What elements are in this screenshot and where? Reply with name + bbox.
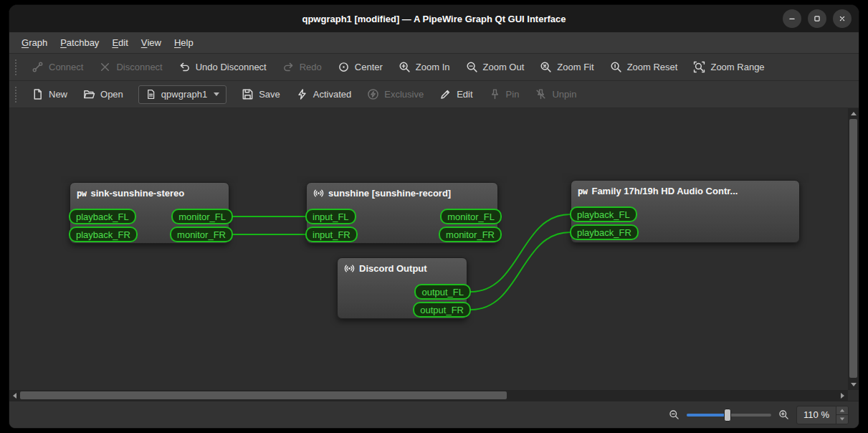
scroll-down-arrow[interactable] xyxy=(848,379,859,390)
zoom-spin-up-button[interactable] xyxy=(836,406,848,415)
connection-edge[interactable] xyxy=(471,232,570,310)
toolbar-button-zoom-out[interactable]: Zoom Out xyxy=(458,54,533,80)
scrollbar-corner xyxy=(848,390,859,401)
save-icon xyxy=(242,88,254,100)
zoom-slider-handle[interactable] xyxy=(724,409,731,422)
zoom-in-icon[interactable] xyxy=(778,409,789,420)
toolbar-button-disconnect: Disconnect xyxy=(91,54,170,80)
exclusive-icon xyxy=(367,88,379,100)
minimize-button[interactable] xyxy=(783,9,801,28)
graph-node-family[interactable]: pwFamily 17h/19h HD Audio Contr...playba… xyxy=(571,180,800,243)
unpin-icon xyxy=(535,88,547,100)
vertical-scrollbar[interactable] xyxy=(848,108,859,390)
toolbar-drag-handle[interactable] xyxy=(15,60,21,75)
port-monitor_FL[interactable]: monitor_FL xyxy=(171,209,233,224)
menu-graph[interactable]: Graph xyxy=(15,32,54,53)
pipewire-icon: pw xyxy=(578,186,587,196)
toolbar-button-zoom-fit[interactable]: Zoom Fit xyxy=(532,54,601,80)
port-input_FL[interactable]: input_FL xyxy=(305,209,356,224)
node-title-text: Family 17h/19h HD Audio Contr... xyxy=(591,186,738,196)
disconnect-icon xyxy=(99,61,111,73)
audio-app-icon xyxy=(313,188,324,199)
scroll-right-arrow[interactable] xyxy=(837,390,848,401)
graph-canvas[interactable]: pwsink-sunshine-stereoplayback_FLplaybac… xyxy=(9,108,848,390)
toolbar-button-edit[interactable]: Edit xyxy=(431,81,480,108)
toolbar-button-undo-disconnect[interactable]: Undo Disconnect xyxy=(171,54,275,80)
maximize-button[interactable] xyxy=(808,9,826,28)
toolbar-button-label: Open xyxy=(100,89,123,100)
horizontal-scrollbar[interactable] xyxy=(9,390,848,401)
toolbar-patchbay: NewOpenqpwgraph1SaveActivatedExclusiveEd… xyxy=(9,81,859,108)
scroll-up-arrow[interactable] xyxy=(848,108,859,119)
port-output_FR[interactable]: output_FR xyxy=(413,302,471,318)
node-title-text: Discord Output xyxy=(359,263,427,274)
menu-help[interactable]: Help xyxy=(168,32,200,53)
toolbar-button-label: Edit xyxy=(457,89,472,100)
connect-icon xyxy=(32,61,44,73)
toolbar-button-label: Unpin xyxy=(552,89,576,100)
graph-node-discord[interactable]: Discord Outputoutput_FLoutput_FR xyxy=(337,257,467,319)
patchbay-combobox[interactable]: qpwgraph1 xyxy=(138,85,226,104)
zoom-range-icon xyxy=(693,61,705,73)
toolbar-button-label: Undo Disconnect xyxy=(196,62,267,72)
port-input_FR[interactable]: input_FR xyxy=(305,227,358,242)
edit-icon xyxy=(439,88,452,100)
zoom-spin-buttons xyxy=(836,406,848,424)
toolbar-button-activated[interactable]: Activated xyxy=(288,81,359,108)
port-playback_FL[interactable]: playback_FL xyxy=(69,209,136,224)
menu-patchbay[interactable]: Patchbay xyxy=(54,32,105,53)
toolbar-button-label: Save xyxy=(259,89,280,100)
zoom-reset-icon xyxy=(610,61,622,73)
toolbar-button-center[interactable]: Center xyxy=(330,54,391,80)
toolbar-button-save[interactable]: Save xyxy=(234,81,288,108)
toolbar-button-zoom-reset[interactable]: Zoom Reset xyxy=(602,54,686,80)
zoom-in-icon xyxy=(399,61,411,73)
zoom-fit-icon xyxy=(540,61,552,73)
menu-view[interactable]: View xyxy=(135,32,168,53)
port-playback_FR[interactable]: playback_FR xyxy=(69,227,138,242)
graph-node-sink[interactable]: pwsink-sunshine-stereoplayback_FLplaybac… xyxy=(70,182,229,244)
node-title-text: sink-sunshine-stereo xyxy=(90,188,184,199)
toolbar-main: ConnectDisconnectUndo DisconnectRedoCent… xyxy=(9,54,859,81)
toolbar-button-zoom-in[interactable]: Zoom In xyxy=(391,54,458,80)
audio-app-icon xyxy=(344,263,355,274)
port-playback_FL[interactable]: playback_FL xyxy=(570,206,637,222)
toolbar-button-open[interactable]: Open xyxy=(75,81,131,108)
toolbar-button-pin: Pin xyxy=(481,81,528,108)
pin-icon xyxy=(489,88,501,100)
close-button[interactable] xyxy=(833,9,852,28)
toolbar-button-new[interactable]: New xyxy=(24,81,75,108)
toolbar-button-redo: Redo xyxy=(275,54,330,80)
vertical-scrollbar-thumb[interactable] xyxy=(849,119,857,378)
minimize-icon xyxy=(787,14,797,24)
center-icon xyxy=(338,61,350,73)
zoom-slider[interactable] xyxy=(687,408,771,422)
scroll-left-arrow[interactable] xyxy=(9,390,20,401)
port-monitor_FL[interactable]: monitor_FL xyxy=(440,209,502,224)
chevron-down-icon xyxy=(214,92,219,96)
node-title: pwFamily 17h/19h HD Audio Contr... xyxy=(571,181,799,201)
activated-icon xyxy=(296,88,308,100)
close-icon xyxy=(837,14,847,24)
port-playback_FR[interactable]: playback_FR xyxy=(570,224,639,240)
port-monitor_FR[interactable]: monitor_FR xyxy=(439,227,502,242)
port-monitor_FR[interactable]: monitor_FR xyxy=(170,227,233,242)
node-title: pwsink-sunshine-stereo xyxy=(70,183,229,204)
toolbar-button-label: Zoom Out xyxy=(483,62,525,72)
toolbar-button-zoom-range[interactable]: Zoom Range xyxy=(685,54,772,80)
toolbar-button-label: Connect xyxy=(49,62,83,72)
titlebar[interactable]: qpwgraph1 [modified] — A PipeWire Graph … xyxy=(9,5,859,32)
zoom-out-icon[interactable] xyxy=(669,409,679,420)
zoom-spinbox[interactable]: 110 % xyxy=(796,406,849,424)
port-output_FL[interactable]: output_FL xyxy=(414,284,471,300)
toolbar-drag-handle[interactable] xyxy=(15,87,21,103)
toolbar-button-label: Zoom Fit xyxy=(557,62,593,72)
redo-icon xyxy=(282,61,295,73)
horizontal-scrollbar-thumb[interactable] xyxy=(20,391,507,399)
menu-edit[interactable]: Edit xyxy=(105,32,134,53)
canvas-area: pwsink-sunshine-stereoplayback_FLplaybac… xyxy=(9,108,859,401)
zoom-spin-down-button[interactable] xyxy=(836,414,848,424)
toolbar-button-label: Disconnect xyxy=(116,62,162,72)
toolbar-button-label: Activated xyxy=(313,89,351,100)
graph-node-sunshine[interactable]: sunshine [sunshine-record]input_FLinput_… xyxy=(306,182,498,244)
